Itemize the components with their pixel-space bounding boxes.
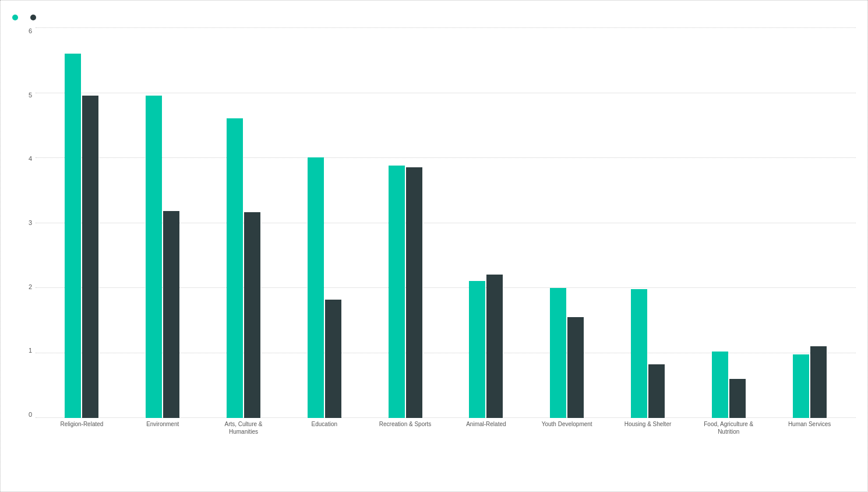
bar-dark xyxy=(810,346,827,418)
x-axis-label: Recreation & Sports xyxy=(365,418,446,447)
bar-dark xyxy=(648,364,665,418)
y-axis: 6543210 xyxy=(12,27,36,447)
bar-group xyxy=(688,352,769,418)
bar-dark xyxy=(729,379,746,418)
bar-dark xyxy=(82,96,98,418)
x-axis-label: Education xyxy=(284,418,365,447)
x-labels: Religion-RelatedEnvironmentArts, Culture… xyxy=(36,418,856,447)
bar-group xyxy=(527,288,608,418)
bar-group xyxy=(41,54,122,418)
plot-area: Religion-RelatedEnvironmentArts, Culture… xyxy=(36,27,856,447)
bar-teal xyxy=(469,281,485,418)
bar-teal xyxy=(712,352,728,418)
y-axis-label: 1 xyxy=(29,347,32,354)
x-axis-label: Religion-Related xyxy=(41,418,122,447)
bar-group xyxy=(284,157,365,418)
bar-group xyxy=(769,346,850,418)
bar-dark xyxy=(325,300,341,418)
bar-group xyxy=(203,118,284,418)
x-axis-label: Environment xyxy=(122,418,203,447)
bar-teal xyxy=(146,96,162,418)
x-axis-label: Food, Agriculture &Nutrition xyxy=(688,418,769,447)
bar-teal xyxy=(793,354,809,418)
y-axis-label: 6 xyxy=(29,27,32,34)
chart-container: 6543210 Religion-RelatedEnvironmentArts,… xyxy=(0,0,868,492)
x-axis-label: Youth Development xyxy=(527,418,608,447)
chart-legend xyxy=(12,15,856,20)
x-axis-label: Animal-Related xyxy=(446,418,527,447)
legend-dot-dark xyxy=(30,15,36,20)
bar-teal xyxy=(550,288,566,418)
y-axis-label: 5 xyxy=(29,92,32,99)
bar-group xyxy=(446,275,527,418)
x-axis-label: Human Services xyxy=(769,418,850,447)
x-axis-label: Arts, Culture &Humanities xyxy=(203,418,284,447)
bar-dark xyxy=(244,212,260,418)
bar-group xyxy=(122,96,203,418)
bar-dark xyxy=(163,211,179,418)
chart-area: 6543210 Religion-RelatedEnvironmentArts,… xyxy=(12,27,856,447)
bar-teal xyxy=(631,289,647,418)
bar-teal xyxy=(65,54,81,418)
bar-dark xyxy=(406,167,422,418)
x-axis-label: Housing & Shelter xyxy=(608,418,689,447)
bars-area xyxy=(36,27,856,418)
bar-teal xyxy=(389,166,405,418)
bar-group xyxy=(608,289,689,418)
legend-item-dark xyxy=(30,15,39,20)
y-axis-label: 2 xyxy=(29,283,32,290)
bar-group xyxy=(365,166,446,418)
y-axis-label: 3 xyxy=(29,219,32,226)
y-axis-label: 4 xyxy=(29,155,32,162)
bar-teal xyxy=(308,157,324,418)
bar-dark xyxy=(567,317,584,418)
bar-teal xyxy=(227,118,243,418)
y-axis-label: 0 xyxy=(29,411,32,418)
bar-dark xyxy=(486,275,503,418)
legend-item-teal xyxy=(12,15,21,20)
legend-dot-teal xyxy=(12,15,18,20)
